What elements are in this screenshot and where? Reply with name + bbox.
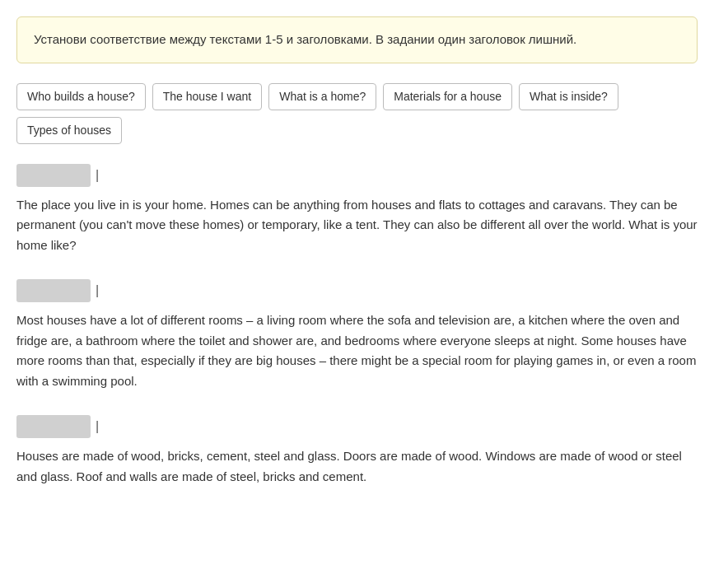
paragraph-text: Houses are made of wood, bricks, cement,… (16, 446, 698, 488)
section: |Houses are made of wood, bricks, cement… (16, 415, 698, 488)
instruction-box: Установи соответствие между текстами 1-5… (16, 16, 698, 63)
sections-container: |The place you live in is your home. Hom… (16, 164, 698, 488)
paragraph-text: Most houses have a lot of different room… (16, 310, 698, 392)
answer-row: | (16, 164, 698, 187)
answer-separator: | (96, 417, 99, 436)
answer-box[interactable] (16, 415, 91, 438)
section: |The place you live in is your home. Hom… (16, 164, 698, 256)
tags-container: Who builds a house?The house I wantWhat … (16, 83, 698, 144)
tag-item[interactable]: What is inside? (519, 83, 618, 110)
paragraph-text: The place you live in is your home. Home… (16, 195, 698, 256)
tag-item[interactable]: Materials for a house (383, 83, 512, 110)
tag-item[interactable]: Types of houses (16, 117, 122, 144)
answer-separator: | (96, 281, 99, 301)
answer-box[interactable] (16, 279, 91, 302)
answer-separator: | (96, 166, 99, 185)
tag-item[interactable]: The house I want (152, 83, 262, 110)
tag-item[interactable]: Who builds a house? (16, 83, 146, 110)
section: |Most houses have a lot of different roo… (16, 279, 698, 392)
answer-row: | (16, 279, 698, 302)
instruction-text: Установи соответствие между текстами 1-5… (34, 32, 576, 46)
tag-item[interactable]: What is a home? (268, 83, 376, 110)
answer-box[interactable] (16, 164, 91, 187)
answer-row: | (16, 415, 698, 438)
